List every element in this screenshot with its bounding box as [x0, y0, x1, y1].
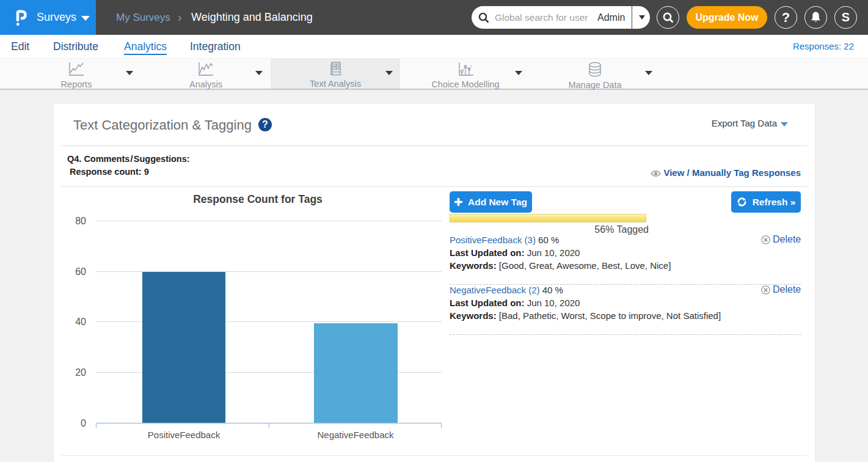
svg-text:20: 20 — [75, 367, 86, 378]
svg-text:60: 60 — [75, 266, 86, 277]
svg-text:40: 40 — [75, 317, 86, 327]
svg-text:80: 80 — [75, 216, 86, 226]
svg-text:NegativeFeedback: NegativeFeedback — [317, 430, 394, 440]
svg-text:0: 0 — [81, 418, 86, 428]
svg-text:PositiveFeedback: PositiveFeedback — [148, 430, 221, 440]
svg-text:Response Count for Tags: Response Count for Tags — [193, 193, 323, 205]
